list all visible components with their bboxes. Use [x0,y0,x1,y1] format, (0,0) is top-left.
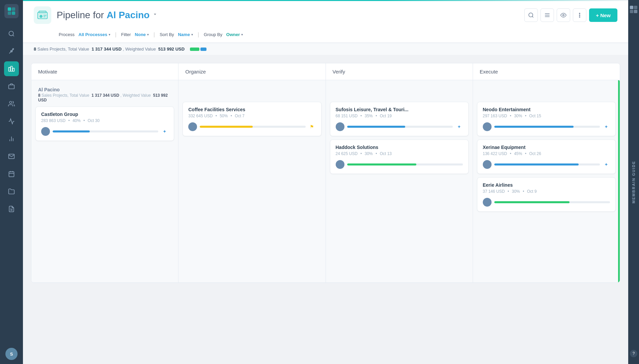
sort-label: Sort By [160,32,174,37]
deal-avatar [483,160,492,169]
deal-icon-blue: ✦ [161,128,168,135]
deal-avatar [41,127,50,136]
deal-footer: ✦ [336,122,463,131]
svg-point-31 [563,14,564,16]
svg-point-34 [579,17,580,17]
page-title: Pipeline for Al Pacino ˅ [57,10,157,21]
deal-card-haddock[interactable]: Haddock Solutions 24 625 USD • 30% • Oct… [330,140,469,174]
sidebar-item-telescope[interactable] [4,44,19,59]
svg-rect-35 [630,6,633,9]
owner-group-execute: Neodo Entertainment 297 163 USD • 30% • … [477,84,616,212]
deal-name: Eerie Airlines [483,182,610,188]
deal-name: Sufosis Leisure, Travel & Touri... [336,107,463,112]
deal-footer: ✦ [483,122,610,131]
process-filter[interactable]: Process All Processes ▾ [57,31,112,38]
deal-meta: 68 151 USD • 35% • Oct 19 [336,114,463,118]
deal-name: Coffee Facilities Services [188,107,315,112]
filter-filter[interactable]: Filter None ▾ [119,31,151,38]
sidebar-item-activity[interactable] [4,114,19,129]
pipeline-icon [34,6,51,24]
more-button[interactable] [573,8,586,22]
sidebar-item-pipeline[interactable] [4,61,19,76]
sidebar-logo[interactable] [4,4,19,18]
right-guide-label: MEMBRAIN GUIDE [632,161,636,203]
view-button[interactable] [557,8,570,22]
group-filter[interactable]: Group By Owner ▾ [202,31,245,38]
deal-icon-blue: ✦ [603,161,610,168]
deal-card-neodo[interactable]: Neodo Entertainment 297 163 USD • 30% • … [477,102,616,136]
column-motivate: Motivate Al Pacino 8 Sales Projects, Tot… [31,63,178,282]
svg-point-33 [579,15,580,16]
deal-name: Neodo Entertainment [483,107,610,112]
svg-rect-7 [9,67,10,71]
column-body-motivate: Al Pacino 8 Sales Projects, Total Value … [31,80,178,282]
deal-meta: 297 163 USD • 30% • Oct 15 [483,114,610,118]
column-verify: Verify Sufosis Leisure, Travel & Touri..… [326,63,473,282]
progress-blue [200,48,206,51]
svg-line-5 [13,35,14,36]
deal-footer: ✦ [41,127,168,136]
filter-sep-1: | [115,32,116,38]
sidebar-item-contacts[interactable] [4,96,19,111]
filter-sep-3: | [198,32,199,38]
svg-rect-3 [12,11,15,15]
deal-avatar [483,122,492,131]
svg-point-11 [9,101,12,104]
deal-avatar [336,160,344,169]
deal-meta: 136 422 USD • 45% • Oct 26 [483,151,610,156]
sidebar-item-search[interactable] [4,26,19,41]
progress-bar-fill [200,126,253,128]
stats-count: 8 Sales Projects, Total Value 1 317 344 … [34,47,185,52]
column-header-verify: Verify [326,63,473,80]
search-button[interactable] [524,8,538,22]
deal-footer [336,160,463,169]
deal-card-sufosis[interactable]: Sufosis Leisure, Travel & Touri... 68 15… [330,102,469,136]
deal-card-xerinae[interactable]: Xerinae Equipment 136 422 USD • 45% • Oc… [477,140,616,174]
sort-value: Name [178,32,190,37]
sidebar-item-calendar[interactable] [4,166,19,181]
owner-header-motivate: Al Pacino 8 Sales Projects, Total Value … [35,84,174,107]
deal-icon-blue: ✦ [603,123,610,130]
right-guide-panel: MEMBRAIN GUIDE ? [628,0,639,364]
progress-bar-wrap [494,126,600,128]
deal-footer: ⚑ [188,122,315,131]
svg-line-27 [532,16,533,17]
header-top: Pipeline for Al Pacino ˅ + New [34,6,617,28]
sidebar-item-email[interactable] [4,149,19,164]
deal-meta: 37 146 USD • 30% • Oct 9 [483,189,610,194]
filter-chevron-icon: ▾ [147,33,149,36]
progress-bar-fill [494,126,574,128]
deal-footer [483,198,610,207]
sidebar-item-folder[interactable] [4,184,19,199]
sidebar-item-charts[interactable] [4,131,19,146]
deal-card-castleton[interactable]: Castleton Group 283 863 USD • 40% • Oct … [35,107,174,141]
deal-card-eerie[interactable]: Eerie Airlines 37 146 USD • 30% • Oct 9 [477,177,616,212]
new-button[interactable]: + New [589,8,617,22]
progress-bar-wrap [494,163,600,165]
column-body-execute: Neodo Entertainment 297 163 USD • 30% • … [473,80,620,282]
sort-filter[interactable]: Sort By Name ▾ [158,31,195,38]
user-avatar[interactable]: S [5,348,18,360]
svg-rect-9 [12,68,14,71]
title-chevron-icon[interactable]: ˅ [154,13,157,20]
menu-button[interactable] [540,8,554,22]
svg-rect-37 [630,10,633,13]
deal-avatar [188,122,197,131]
group-label: Group By [204,32,222,37]
main-content: Pipeline for Al Pacino ˅ + New [23,0,628,364]
process-chevron-icon: ▾ [109,33,110,36]
sidebar-item-briefcase[interactable] [4,79,19,94]
header-title-area: Pipeline for Al Pacino ˅ [34,6,157,24]
board-container[interactable]: Motivate Al Pacino 8 Sales Projects, Tot… [23,55,628,364]
process-label: Process [59,32,75,37]
help-button[interactable]: ? [630,350,637,357]
sidebar-item-reports[interactable] [4,202,19,216]
filter-bar: Process All Processes ▾ | Filter None ▾ … [34,28,617,42]
header: Pipeline for Al Pacino ˅ + New [23,1,628,43]
kanban-board: Motivate Al Pacino 8 Sales Projects, Tot… [31,63,620,283]
filter-value: None [135,32,146,37]
svg-rect-10 [9,85,15,89]
deal-card-coffee[interactable]: Coffee Facilities Services 332 645 USD •… [183,102,321,136]
svg-rect-22 [39,11,46,13]
deal-avatar [336,122,344,131]
